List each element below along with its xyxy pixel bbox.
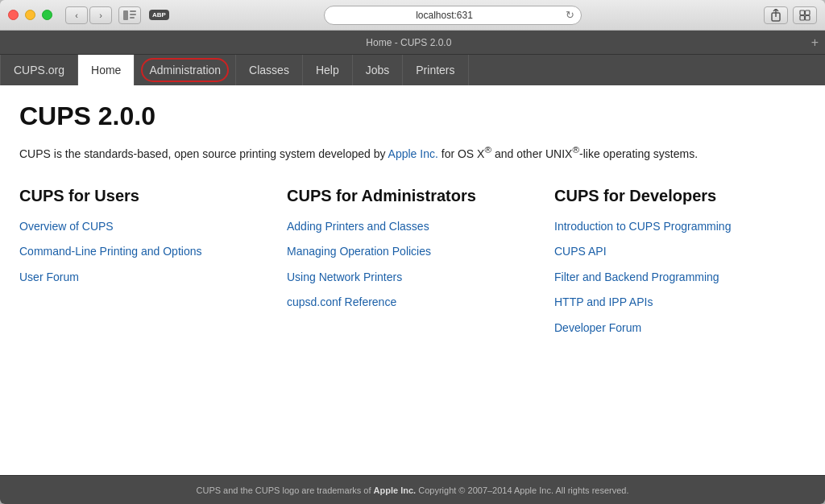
svg-rect-8 [800,15,805,20]
users-column: CUPS for Users Overview of CUPS Command-… [19,185,287,346]
link-network-printers[interactable]: Using Network Printers [287,270,538,286]
reading-mode-button[interactable] [118,6,141,24]
desc-part3: and other UNIX [491,147,572,160]
nav-item-classes[interactable]: Classes [236,55,303,85]
maximize-button[interactable] [42,10,52,20]
footer-brand: Apple Inc. [374,485,417,495]
link-http-ipp[interactable]: HTTP and IPP APIs [554,295,806,311]
link-cupsd-conf[interactable]: cupsd.conf Reference [287,295,538,311]
url-bar-container: ABP localhost:631 ↻ [149,6,756,25]
svg-rect-6 [800,10,805,15]
link-managing-policies[interactable]: Managing Operation Policies [287,244,538,260]
nav-buttons: ‹ › [65,6,112,24]
link-adding-printers[interactable]: Adding Printers and Classes [287,219,538,235]
description-text: CUPS is the standards-based, open source… [19,143,806,163]
devs-column: CUPS for Developers Introduction to CUPS… [554,185,806,346]
tab-title: Home - CUPS 2.0.0 [6,37,811,48]
link-overview-cups[interactable]: Overview of CUPS [19,219,271,235]
add-tab-button[interactable]: + [811,35,819,50]
minimize-button[interactable] [25,10,35,20]
adblock-badge: ABP [149,10,169,20]
back-button[interactable]: ‹ [65,6,88,24]
svg-rect-2 [130,14,136,15]
close-button[interactable] [8,10,19,20]
forward-button[interactable]: › [89,6,112,24]
page-title: CUPS 2.0.0 [19,101,806,131]
link-user-forum[interactable]: User Forum [19,270,271,286]
refresh-icon[interactable]: ↻ [566,9,574,21]
link-cmdline-printing[interactable]: Command-Line Printing and Options [19,244,271,260]
link-developer-forum[interactable]: Developer Forum [554,320,806,337]
link-filter-backend[interactable]: Filter and Backend Programming [554,270,806,286]
nav-item-home[interactable]: Home [78,55,135,85]
traffic-lights [8,10,52,20]
footer: CUPS and the CUPS logo are trademarks of… [0,475,825,504]
link-cups-programming[interactable]: Introduction to CUPS Programming [554,219,806,235]
footer-text-before: CUPS and the CUPS logo are trademarks of [197,485,374,495]
desc-part2: for OS X [438,147,485,160]
svg-rect-0 [123,10,128,20]
footer-text-after: Copyright © 2007–2014 Apple Inc. All rig… [416,485,628,495]
desc-part4: -like operating systems. [579,147,698,160]
reg-symbol2: ® [572,144,579,155]
toolbar-right [764,6,817,24]
devs-column-title: CUPS for Developers [554,185,806,206]
svg-rect-3 [130,17,135,19]
footer-text: CUPS and the CUPS logo are trademarks of… [197,485,629,495]
svg-rect-9 [806,15,810,20]
browser-window: ‹ › ABP localhost:631 ↻ [0,0,825,504]
desc-part1: CUPS is the standards-based, open source… [19,147,388,160]
url-text: localhost:631 [416,10,473,21]
link-cups-api[interactable]: CUPS API [554,244,806,260]
new-tab-button[interactable] [793,6,817,24]
svg-rect-7 [806,10,810,15]
nav-item-printers[interactable]: Printers [403,55,468,85]
url-bar[interactable]: localhost:631 ↻ [324,6,582,25]
content-columns: CUPS for Users Overview of CUPS Command-… [19,185,806,346]
apple-inc-link[interactable]: Apple Inc. [388,147,438,160]
reg-symbol: ® [484,144,491,155]
nav-item-jobs[interactable]: Jobs [353,55,404,85]
browser-tab-bar: Home - CUPS 2.0.0 + [0,31,825,55]
nav-item-administration[interactable]: Administration [135,55,236,85]
nav-bar: CUPS.org Home Administration Classes Hel… [0,55,825,85]
admins-column: CUPS for Administrators Adding Printers … [287,185,554,346]
nav-item-help[interactable]: Help [303,55,353,85]
svg-rect-1 [130,10,136,12]
title-bar: ‹ › ABP localhost:631 ↻ [0,0,825,31]
main-content: CUPS 2.0.0 CUPS is the standards-based, … [0,85,825,475]
share-button[interactable] [764,6,788,24]
users-column-title: CUPS for Users [19,185,271,206]
nav-item-cups-org[interactable]: CUPS.org [0,55,78,85]
admins-column-title: CUPS for Administrators [287,185,538,206]
